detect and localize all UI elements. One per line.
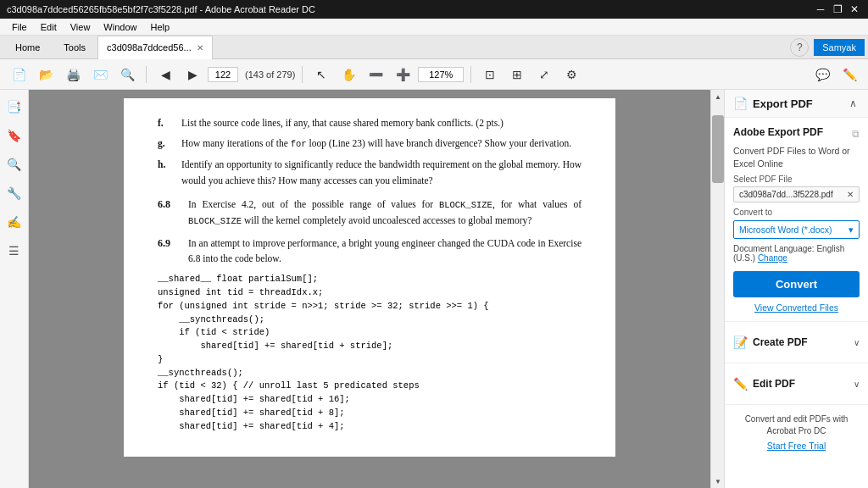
- close-button[interactable]: ✕: [848, 3, 861, 16]
- left-sidebar: 📑 🔖 🔍 🔧 ✍️ ☰: [0, 90, 29, 488]
- tools-extra-button[interactable]: ⚙: [559, 63, 583, 86]
- pdf-item-f: f. List the source code lines, if any, t…: [158, 115, 581, 130]
- start-trial-link[interactable]: Start Free Trial: [733, 441, 860, 451]
- right-panel: 📄 Export PDF ∧ Adobe Export PDF ⧉ Conver…: [724, 90, 868, 488]
- pdf-item-g: g. How many iterations of the for loop (…: [158, 136, 581, 152]
- tab-bar: Home Tools c3d098a7ddced56... ✕ ? Samyak: [0, 36, 868, 59]
- pdf-item-h: h. Identify an opportunity to significan…: [158, 157, 581, 188]
- scroll-down-arrow[interactable]: ▼: [711, 474, 725, 488]
- adobe-export-description: Convert PDF Files to Word or Excel Onlin…: [733, 145, 860, 169]
- pdf-section-6-9-num: 6.9: [158, 236, 188, 267]
- pdf-item-h-text: Identify an opportunity to significantly…: [181, 157, 581, 188]
- scroll-bar[interactable]: ▲ ▼: [710, 90, 724, 488]
- sidebar-signatures[interactable]: ✍️: [3, 210, 26, 234]
- help-icon[interactable]: ?: [790, 38, 809, 57]
- menu-bar: File Edit View Window Help: [0, 19, 868, 36]
- export-pdf-header: 📄 Export PDF ∧: [725, 90, 868, 118]
- minimize-button[interactable]: ─: [814, 3, 827, 16]
- sidebar-page-thumbnails[interactable]: 📑: [3, 95, 26, 119]
- page-total: (143 of 279): [245, 69, 295, 80]
- pdf-viewing-area[interactable]: f. List the source code lines, if any, t…: [29, 90, 710, 488]
- pdf-item-h-label: h.: [158, 157, 173, 188]
- pdf-item-g-text: How many iterations of the for loop (Lin…: [181, 136, 581, 152]
- sidebar-layers[interactable]: ☰: [3, 239, 26, 263]
- promo-text: Convert and edit PDFs with Acrobat Pro D…: [745, 414, 849, 435]
- zoom-in-button[interactable]: ➕: [391, 63, 415, 86]
- file-box: c3d098a7dd...3f5228.pdf ✕: [733, 186, 860, 202]
- toolbar-separator-3: [470, 66, 471, 83]
- email-button[interactable]: ✉️: [88, 63, 112, 86]
- prev-page-button[interactable]: ◀: [153, 63, 177, 86]
- tab-tools[interactable]: Tools: [52, 36, 97, 59]
- tab-home[interactable]: Home: [3, 36, 52, 59]
- convert-to-label: Convert to: [733, 208, 860, 217]
- restore-button[interactable]: ❐: [831, 3, 844, 16]
- adobe-export-section: Adobe Export PDF ⧉ Convert PDF Files to …: [725, 118, 868, 322]
- pdf-content: f. List the source code lines, if any, t…: [158, 115, 581, 433]
- sidebar-search[interactable]: 🔍: [3, 152, 26, 176]
- zoom-input[interactable]: [418, 67, 464, 82]
- scroll-thumb[interactable]: [712, 115, 724, 183]
- pdf-item-f-label: f.: [158, 115, 173, 130]
- edit-pdf-chevron-icon: ∨: [854, 380, 860, 389]
- menu-window[interactable]: Window: [97, 20, 143, 34]
- search-button[interactable]: 🔍: [115, 63, 139, 86]
- chevron-down-icon: ▾: [849, 225, 854, 235]
- sidebar-bookmarks[interactable]: 🔖: [3, 124, 26, 147]
- user-menu[interactable]: Samyak: [814, 39, 865, 56]
- pdf-section-6-9: 6.9 In an attempt to improve performance…: [158, 236, 581, 267]
- adobe-export-title: Adobe Export PDF: [733, 126, 823, 138]
- convert-button[interactable]: Convert: [733, 271, 860, 297]
- tab-close-icon[interactable]: ✕: [197, 43, 203, 53]
- hand-tool-button[interactable]: ✋: [337, 63, 360, 86]
- menu-file[interactable]: File: [5, 20, 34, 34]
- pdf-item-f-text: List the source code lines, if any, that…: [181, 115, 581, 130]
- create-pdf-icon: 📝: [733, 336, 748, 349]
- pdf-section-6-9-text: In an attempt to improve performance, a …: [188, 236, 581, 267]
- create-pdf-label: Create PDF: [753, 336, 808, 348]
- toolbar: 📄 📂 🖨️ ✉️ 🔍 ◀ ▶ (143 of 279) ↖ ✋ ➖ ➕ ⊡ ⊞…: [0, 59, 868, 90]
- view-converted-link[interactable]: View Converted Files: [733, 302, 860, 313]
- toolbar-separator: [146, 66, 147, 83]
- pdf-section-6-8-text: In Exercise 4.2, out of the possible ran…: [188, 197, 581, 229]
- menu-help[interactable]: Help: [143, 20, 176, 34]
- create-pdf-chevron-icon: ∨: [854, 338, 860, 347]
- markup-button[interactable]: ✏️: [837, 63, 861, 86]
- export-pdf-title: 📄 Export PDF: [733, 97, 813, 110]
- select-file-label: Select PDF File: [733, 175, 860, 184]
- title-bar-text: c3d098a7ddced56265fb58e5bf2f7c3f5228.pdf…: [7, 4, 315, 14]
- create-pdf-row[interactable]: 📝 Create PDF ∨: [733, 330, 860, 354]
- convert-to-value: Microsoft Word (*.docx): [739, 225, 832, 235]
- sidebar-tools[interactable]: 🔧: [3, 181, 26, 205]
- zoom-out-button[interactable]: ➖: [364, 63, 387, 86]
- page-number-input[interactable]: [208, 67, 238, 82]
- comment-button[interactable]: 💬: [810, 63, 834, 86]
- fit-width-button[interactable]: ⊞: [505, 63, 529, 86]
- file-name: c3d098a7dd...3f5228.pdf: [739, 190, 833, 199]
- edit-pdf-row[interactable]: ✏️ Edit PDF ∨: [733, 372, 860, 396]
- edit-pdf-left: ✏️ Edit PDF: [733, 377, 795, 391]
- change-language-link[interactable]: Change: [758, 253, 787, 263]
- open-file-button[interactable]: 📂: [34, 63, 58, 86]
- adobe-export-copy-icon: ⧉: [852, 128, 860, 140]
- file-close-icon[interactable]: ✕: [847, 190, 854, 199]
- print-button[interactable]: 🖨️: [61, 63, 85, 86]
- tab-document[interactable]: c3d098a7ddced56... ✕: [97, 36, 213, 59]
- convert-to-dropdown[interactable]: Microsoft Word (*.docx) ▾: [733, 220, 860, 239]
- pdf-page: f. List the source code lines, if any, t…: [124, 98, 615, 457]
- toolbar-right: 💬 ✏️: [810, 63, 861, 86]
- menu-edit[interactable]: Edit: [34, 20, 64, 34]
- export-pdf-collapse-button[interactable]: ∧: [846, 97, 860, 110]
- new-file-button[interactable]: 📄: [7, 63, 31, 86]
- pdf-section-6-8: 6.8 In Exercise 4.2, out of the possible…: [158, 197, 581, 229]
- menu-view[interactable]: View: [64, 20, 97, 34]
- pdf-item-g-label: g.: [158, 136, 173, 152]
- toolbar-separator-2: [302, 66, 303, 83]
- pdf-section-6-8-num: 6.8: [158, 197, 188, 229]
- fit-page-button[interactable]: ⊡: [478, 63, 502, 86]
- cursor-tool-button[interactable]: ↖: [309, 63, 333, 86]
- full-screen-button[interactable]: ⤢: [532, 63, 556, 86]
- scroll-up-arrow[interactable]: ▲: [711, 90, 725, 103]
- next-page-button[interactable]: ▶: [181, 63, 204, 86]
- edit-pdf-section: ✏️ Edit PDF ∨: [725, 363, 868, 405]
